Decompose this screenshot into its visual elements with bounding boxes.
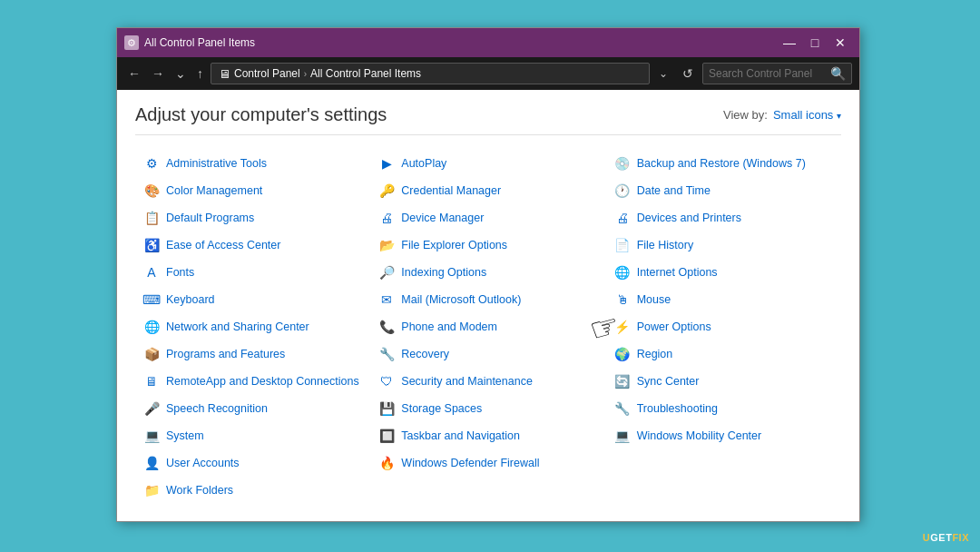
item-icon: ⚙ <box>142 154 161 172</box>
list-item[interactable]: 👤User Accounts <box>135 449 370 477</box>
list-item[interactable]: 🌍Region <box>606 340 841 368</box>
item-icon: 🌐 <box>142 318 161 336</box>
item-label: Sync Center <box>637 375 700 388</box>
badge-get: GET <box>930 532 952 543</box>
list-item[interactable]: ⌨Keyboard <box>135 286 370 313</box>
item-label: User Accounts <box>166 457 240 469</box>
back-button[interactable]: ← <box>124 64 144 83</box>
list-item[interactable]: 📄File History <box>606 232 841 259</box>
item-icon: 🎤 <box>142 399 161 418</box>
item-label: Date and Time <box>637 184 710 197</box>
list-item[interactable]: 💿Backup and Restore (Windows 7) <box>606 150 841 177</box>
search-box[interactable]: 🔍 <box>702 63 852 84</box>
content-area: Adjust your computer's settings View by:… <box>117 90 859 521</box>
list-item[interactable]: 🛡Security and Maintenance <box>370 368 605 395</box>
item-icon: 📦 <box>142 345 161 363</box>
forward-button[interactable]: → <box>148 64 168 83</box>
item-icon: 🔧 <box>377 345 396 363</box>
control-panel-items-grid: ⚙Administrative Tools▶AutoPlay💿Backup an… <box>135 150 841 504</box>
item-icon: 📄 <box>613 236 632 254</box>
item-label: Internet Options <box>637 266 718 279</box>
item-label: Recovery <box>401 348 449 360</box>
item-icon: 📞 <box>377 318 396 336</box>
list-item[interactable]: 🖨Devices and Printers <box>606 204 841 232</box>
list-item[interactable]: ⚙Administrative Tools <box>135 150 370 177</box>
list-item[interactable]: 🌐Network and Sharing Center <box>135 313 370 340</box>
list-item[interactable] <box>606 477 841 504</box>
item-icon: 💻 <box>142 427 161 445</box>
list-item[interactable]: 📦Programs and Features <box>135 340 370 368</box>
list-item[interactable]: ⚡Power Options <box>606 313 841 340</box>
list-item[interactable]: 📁Work Folders <box>135 477 370 504</box>
page-title: Adjust your computer's settings <box>135 104 387 125</box>
up-button[interactable]: ↑ <box>193 64 207 83</box>
list-item[interactable]: 🕐Date and Time <box>606 177 841 204</box>
list-item[interactable]: AFonts <box>135 259 370 286</box>
item-label: Windows Defender Firewall <box>401 457 539 469</box>
view-by-value[interactable]: Small icons ▾ <box>773 108 841 122</box>
search-input[interactable] <box>709 67 827 80</box>
item-label: Device Manager <box>401 212 484 224</box>
list-item[interactable]: 🔧Recovery <box>370 340 605 368</box>
item-label: File History <box>637 239 694 251</box>
item-icon: 📋 <box>142 209 161 227</box>
list-item[interactable] <box>606 449 841 477</box>
list-item[interactable]: 🔎Indexing Options <box>370 259 605 286</box>
item-icon: 💾 <box>377 399 396 418</box>
list-item[interactable]: 📂File Explorer Options <box>370 232 605 259</box>
item-icon: 🔎 <box>377 263 396 281</box>
item-label: Speech Recognition <box>166 402 268 415</box>
list-item[interactable]: 🖥RemoteApp and Desktop Connections <box>135 368 370 395</box>
list-item[interactable]: 🎤Speech Recognition <box>135 395 370 422</box>
window-title: All Control Panel Items <box>144 36 778 49</box>
path-icon: 🖥 <box>219 67 230 81</box>
item-icon: 🕐 <box>613 182 632 200</box>
list-item[interactable]: 📞Phone and Modem <box>370 313 605 340</box>
list-item[interactable]: 💻System <box>135 422 370 449</box>
refresh-button[interactable]: ↺ <box>677 64 699 83</box>
list-item[interactable]: 🔥Windows Defender Firewall <box>370 449 605 477</box>
list-item[interactable]: 💾Storage Spaces <box>370 395 605 422</box>
list-item[interactable]: ✉Mail (Microsoft Outlook) <box>370 286 605 313</box>
list-item[interactable]: ♿Ease of Access Center <box>135 232 370 259</box>
path-separator-1: › <box>304 69 307 79</box>
address-path[interactable]: 🖥 Control Panel › All Control Panel Item… <box>211 63 650 84</box>
list-item[interactable]: 🎨Color Management <box>135 177 370 204</box>
list-item[interactable]: 🔲Taskbar and Navigation <box>370 422 605 449</box>
list-item[interactable]: 🔑Credential Manager <box>370 177 605 204</box>
list-item[interactable]: ▶AutoPlay <box>370 150 605 177</box>
list-item[interactable]: 🌐Internet Options <box>606 259 841 286</box>
item-icon: 💿 <box>613 154 632 172</box>
minimize-button[interactable]: — <box>778 34 801 52</box>
badge-u: U <box>923 532 930 543</box>
list-item[interactable]: 🖱Mouse <box>606 286 841 313</box>
list-item[interactable]: 🔧Troubleshooting <box>606 395 841 422</box>
search-icon-button[interactable]: 🔍 <box>830 66 846 81</box>
item-label: Mail (Microsoft Outlook) <box>401 293 521 306</box>
item-label: Ease of Access Center <box>166 239 280 251</box>
item-icon: 💻 <box>613 427 632 445</box>
list-item[interactable]: 💻Windows Mobility Center <box>606 422 841 449</box>
item-label: Default Programs <box>166 212 254 224</box>
maximize-button[interactable]: □ <box>803 34 827 52</box>
list-item[interactable] <box>370 477 605 504</box>
item-label: Credential Manager <box>401 184 501 197</box>
list-item[interactable]: 🖨Device Manager <box>370 204 605 232</box>
item-icon: ♿ <box>142 236 161 254</box>
item-icon: 🔲 <box>377 427 396 445</box>
recent-button[interactable]: ⌄ <box>172 64 190 83</box>
view-by-control: View by: Small icons ▾ <box>723 108 841 122</box>
close-button[interactable]: ✕ <box>828 34 852 52</box>
list-item[interactable]: 📋Default Programs <box>135 204 370 232</box>
item-icon: 📂 <box>377 236 396 254</box>
list-item[interactable]: 🔄Sync Center <box>606 368 841 395</box>
view-by-arrow: ▾ <box>837 111 841 121</box>
item-icon: 🖱 <box>613 291 632 309</box>
item-label: Work Folders <box>166 484 233 497</box>
item-label: Programs and Features <box>166 348 285 360</box>
item-label: Security and Maintenance <box>401 375 533 388</box>
path-control-panel: Control Panel <box>234 67 300 80</box>
path-dropdown-button[interactable]: ⌄ <box>653 65 673 82</box>
item-label: Taskbar and Navigation <box>401 429 520 442</box>
item-icon: 🛡 <box>377 372 396 390</box>
